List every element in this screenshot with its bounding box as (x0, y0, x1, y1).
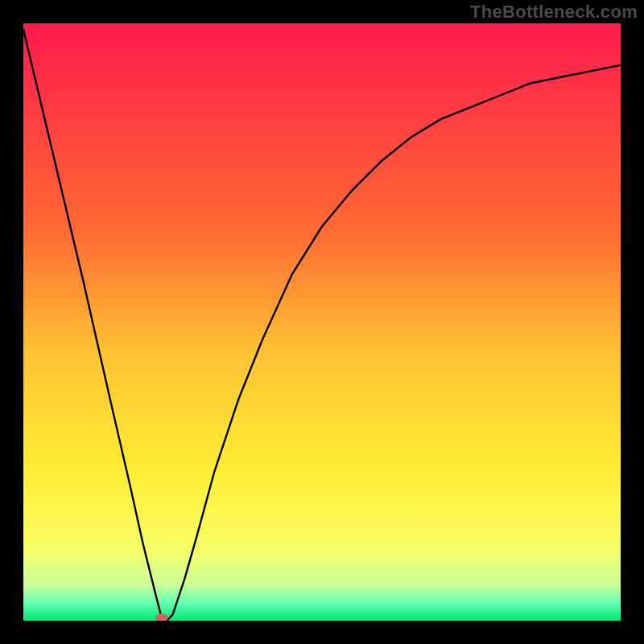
gradient-background (23, 23, 621, 621)
chart-frame: TheBottleneck.com (0, 0, 644, 644)
chart-svg (23, 23, 621, 621)
watermark-text: TheBottleneck.com (470, 2, 638, 23)
plot-area (23, 23, 621, 621)
